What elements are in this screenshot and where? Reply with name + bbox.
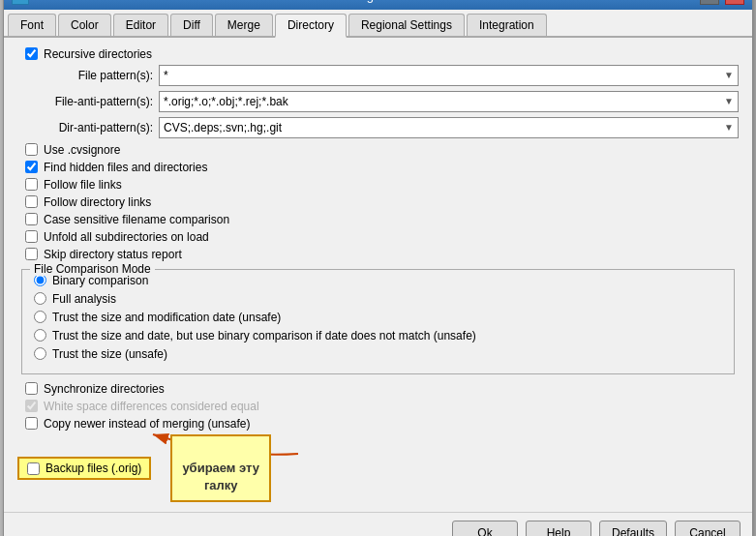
filelinks-checkbox[interactable] xyxy=(25,178,38,191)
help-button[interactable]: Help xyxy=(526,521,591,536)
tab-editor[interactable]: Editor xyxy=(113,14,168,36)
tab-regional[interactable]: Regional Settings xyxy=(348,14,465,36)
backup-row: Backup files (.orig) убираем эту галку xyxy=(17,434,739,503)
tab-directory[interactable]: Directory xyxy=(275,14,347,38)
casesens-checkbox[interactable] xyxy=(25,213,38,225)
file-pattern-label: File pattern(s): xyxy=(17,69,153,82)
file-anti-pattern-row: File-anti-pattern(s): *.orig;*.o;*.obj;*… xyxy=(17,91,739,112)
defaults-button[interactable]: Defaults xyxy=(599,521,667,536)
dir-anti-pattern-label: Dir-anti-pattern(s): xyxy=(17,121,153,134)
tab-color[interactable]: Color xyxy=(58,14,111,36)
binary-radio[interactable] xyxy=(34,274,46,286)
title-bar: BK Configure ? ✕ xyxy=(4,0,752,10)
binary-radio-row: Binary comparison xyxy=(32,274,724,287)
cancel-button[interactable]: Cancel xyxy=(675,521,741,536)
full-radio[interactable] xyxy=(34,292,46,305)
dirlinks-label: Follow directory links xyxy=(44,195,151,209)
close-title-button[interactable]: ✕ xyxy=(725,0,744,5)
dirlinks-checkbox[interactable] xyxy=(25,195,38,208)
ok-button[interactable]: Ok xyxy=(452,521,518,536)
trust-size-radio[interactable] xyxy=(34,347,46,360)
recursive-checkbox[interactable] xyxy=(25,47,38,60)
trust-size-date-radio[interactable] xyxy=(34,311,46,323)
casesens-checkbox-row: Case sensitive filename comparison xyxy=(17,213,739,226)
trust-size-radio-row: Trust the size (unsafe) xyxy=(32,347,724,361)
trust-size-date-label: Trust the size and modification date (un… xyxy=(52,311,281,324)
trust-size-label: Trust the size (unsafe) xyxy=(52,347,167,361)
hidden-checkbox-row: Find hidden files and directories xyxy=(17,161,739,174)
copynewer-checkbox-row: Copy newer instead of merging (unsafe) xyxy=(17,417,739,431)
unfold-label: Unfold all subdirectories on load xyxy=(44,230,209,244)
skipstatus-label: Skip directory status report xyxy=(44,248,182,261)
annotation-box: убираем эту галку xyxy=(170,434,271,503)
sync-checkbox-row: Synchronize directories xyxy=(17,382,739,396)
backup-label: Backup files (.orig) xyxy=(45,462,141,475)
filelinks-checkbox-row: Follow file links xyxy=(17,178,739,192)
file-pattern-dropdown-arrow: ▼ xyxy=(724,70,734,80)
group-title: File Comparison Mode xyxy=(30,262,155,276)
full-label: Full analysis xyxy=(52,292,116,306)
dir-anti-pattern-row: Dir-anti-pattern(s): CVS;.deps;.svn;.hg;… xyxy=(17,117,739,138)
tab-font[interactable]: Font xyxy=(8,14,56,36)
cvsignore-checkbox-row: Use .cvsignore xyxy=(17,143,739,157)
cvsignore-label: Use .cvsignore xyxy=(44,143,120,157)
configure-dialog: BK Configure ? ✕ Font Color Editor Diff … xyxy=(3,0,753,536)
cvsignore-checkbox[interactable] xyxy=(25,143,38,156)
casesens-label: Case sensitive filename comparison xyxy=(44,213,229,226)
sync-label: Synchronize directories xyxy=(44,382,165,396)
skipstatus-checkbox-row: Skip directory status report xyxy=(17,248,739,261)
help-title-button[interactable]: ? xyxy=(700,0,719,5)
copynewer-checkbox[interactable] xyxy=(25,417,38,430)
bottom-bar: Ok Help Defaults Cancel xyxy=(4,512,752,536)
file-pattern-input[interactable]: * ▼ xyxy=(159,65,739,86)
annotation-text: убираем эту галку xyxy=(182,461,259,492)
backup-checkbox[interactable] xyxy=(27,462,40,475)
dir-anti-pattern-dropdown-arrow: ▼ xyxy=(724,122,734,133)
trust-size-date-radio-row: Trust the size and modification date (un… xyxy=(32,311,724,324)
skipstatus-checkbox[interactable] xyxy=(25,248,38,260)
whitespace-checkbox-row: White space differences considered equal xyxy=(17,400,739,413)
tab-integration[interactable]: Integration xyxy=(467,14,547,36)
file-anti-pattern-input[interactable]: *.orig;*.o;*.obj;*.rej;*.bak ▼ xyxy=(159,91,739,112)
file-anti-pattern-label: File-anti-pattern(s): xyxy=(17,95,153,108)
whitespace-checkbox[interactable] xyxy=(25,400,38,412)
tab-merge[interactable]: Merge xyxy=(215,14,273,36)
dir-anti-pattern-input[interactable]: CVS;.deps;.svn;.hg;.git ▼ xyxy=(159,117,739,138)
file-anti-pattern-dropdown-arrow: ▼ xyxy=(724,96,734,106)
trust-size-date2-radio-row: Trust the size and date, but use binary … xyxy=(32,329,724,342)
content-area: Recursive directories File pattern(s): *… xyxy=(4,38,752,513)
hidden-label: Find hidden files and directories xyxy=(44,161,207,174)
backup-checkbox-row: Backup files (.orig) xyxy=(17,457,151,480)
recursive-label: Recursive directories xyxy=(44,47,152,61)
app-icon: BK xyxy=(12,0,29,5)
file-comparison-group: File Comparison Mode Binary comparison F… xyxy=(21,269,735,374)
trust-size-date2-label: Trust the size and date, but use binary … xyxy=(52,329,476,342)
binary-label: Binary comparison xyxy=(52,274,148,287)
unfold-checkbox[interactable] xyxy=(25,230,38,243)
tab-bar: Font Color Editor Diff Merge Directory R… xyxy=(4,10,752,38)
trust-size-date2-radio[interactable] xyxy=(34,329,46,342)
unfold-checkbox-row: Unfold all subdirectories on load xyxy=(17,230,739,244)
recursive-checkbox-row: Recursive directories xyxy=(17,47,739,61)
tab-diff[interactable]: Diff xyxy=(170,14,213,36)
hidden-checkbox[interactable] xyxy=(25,161,38,173)
sync-checkbox[interactable] xyxy=(25,382,38,395)
dirlinks-checkbox-row: Follow directory links xyxy=(17,195,739,209)
dialog-title: Configure xyxy=(29,0,700,3)
file-pattern-row: File pattern(s): * ▼ xyxy=(17,65,739,86)
filelinks-label: Follow file links xyxy=(44,178,122,192)
full-radio-row: Full analysis xyxy=(32,292,724,306)
